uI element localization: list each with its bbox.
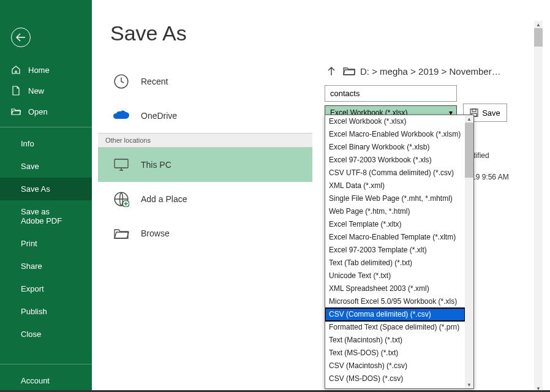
- location-label: Browse: [141, 228, 170, 238]
- file-type-option[interactable]: XML Data (*.xml): [325, 179, 465, 192]
- filename-input[interactable]: [325, 85, 457, 102]
- file-type-option[interactable]: Excel Binary Workbook (*.xlsb): [325, 141, 465, 154]
- file-type-option[interactable]: Formatted Text (Space delimited) (*.prn): [325, 321, 465, 334]
- folder-icon: [343, 66, 355, 76]
- dropdown-scrollbar[interactable]: ▲ ▼: [465, 115, 473, 388]
- svg-rect-11: [115, 159, 128, 168]
- location-recent[interactable]: Recent: [98, 64, 312, 99]
- sidebar-item-home[interactable]: Home: [0, 59, 92, 80]
- breadcrumb-row: D: > megha > 2019 > November…: [325, 64, 521, 78]
- sidebar-item-open[interactable]: Open: [0, 101, 92, 122]
- sidebar-item-save-as-pdf[interactable]: Save as Adobe PDF: [0, 200, 92, 232]
- location-add-place[interactable]: Add a Place: [98, 182, 312, 216]
- sidebar-item-export[interactable]: Export: [0, 277, 92, 300]
- sidebar-item-save[interactable]: Save: [0, 155, 92, 178]
- file-type-option[interactable]: Text (Tab delimited) (*.txt): [325, 257, 465, 270]
- location-label: Recent: [141, 77, 168, 86]
- sidebar-item-new[interactable]: New: [0, 80, 92, 101]
- sidebar-item-label: Open: [28, 107, 48, 116]
- sidebar-item-account[interactable]: Account: [0, 369, 92, 392]
- file-type-option[interactable]: Text (MS-DOS) (*.txt): [325, 347, 465, 360]
- sidebar-item-close[interactable]: Close: [0, 323, 92, 345]
- sidebar-item-label: Export: [21, 284, 44, 293]
- file-type-option[interactable]: Excel Template (*.xltx): [325, 218, 465, 231]
- file-type-option[interactable]: DIF (Data Interchange Format) (*.dif): [325, 385, 465, 388]
- file-type-option[interactable]: Excel Workbook (*.xlsx): [325, 115, 465, 128]
- open-folder-icon: [11, 107, 21, 116]
- locations-list: Recent OneDrive Other locations This PC …: [98, 64, 312, 251]
- file-type-option[interactable]: Text (Macintosh) (*.txt): [325, 334, 465, 347]
- sidebar-item-label: New: [28, 86, 44, 96]
- scroll-up-icon[interactable]: ▲: [534, 21, 543, 28]
- content-scrollbar[interactable]: ▲ ▼: [534, 21, 543, 392]
- location-browse[interactable]: Browse: [98, 216, 312, 251]
- browse-folder-icon: [113, 225, 130, 242]
- page-title: Save As: [110, 21, 543, 45]
- sidebar-separator: [0, 127, 92, 127]
- file-row-date-partial: 19 9:56 AM: [472, 173, 509, 181]
- breadcrumb-path[interactable]: D: > megha > 2019 > November…: [360, 66, 521, 77]
- file-type-option[interactable]: Excel Macro-Enabled Template (*.xltm): [325, 231, 465, 244]
- sidebar-item-share[interactable]: Share: [0, 255, 92, 277]
- new-file-icon: [11, 86, 21, 96]
- sidebar-item-label: Info: [21, 139, 34, 148]
- up-one-level-button[interactable]: [325, 64, 338, 78]
- sidebar-item-print[interactable]: Print: [0, 232, 92, 255]
- sidebar-item-label: Close: [21, 330, 41, 339]
- location-onedrive[interactable]: OneDrive: [98, 99, 312, 133]
- file-type-option[interactable]: CSV UTF-8 (Comma delimited) (*.csv): [325, 167, 465, 179]
- location-label: OneDrive: [141, 111, 177, 121]
- backstage-sidebar: Home New Open Info Save Save As Save as …: [0, 0, 92, 392]
- sidebar-item-label: Save: [21, 162, 39, 171]
- this-pc-icon: [113, 156, 130, 173]
- file-type-dropdown-list: Excel Workbook (*.xlsx)Excel Macro-Enabl…: [325, 115, 474, 389]
- file-type-option[interactable]: CSV (Macintosh) (*.csv): [325, 360, 465, 372]
- backstage-content: Save As Recent OneDrive Other locations …: [92, 0, 543, 392]
- svg-rect-15: [472, 109, 476, 111]
- sidebar-separator: [0, 364, 92, 364]
- file-type-option[interactable]: Microsoft Excel 5.0/95 Workbook (*.xls): [325, 295, 465, 308]
- file-type-option[interactable]: Web Page (*.htm, *.html): [325, 205, 465, 218]
- sidebar-item-publish[interactable]: Publish: [0, 300, 92, 323]
- sidebar-item-info[interactable]: Info: [0, 132, 92, 155]
- sidebar-item-label: Save as Adobe PDF: [21, 207, 71, 225]
- dropdown-scroll-thumb[interactable]: [465, 123, 473, 178]
- file-type-option[interactable]: Single File Web Page (*.mht, *.mhtml): [325, 192, 465, 205]
- file-type-option[interactable]: CSV (Comma delimited) (*.csv): [325, 308, 465, 321]
- sidebar-item-save-as[interactable]: Save As: [0, 178, 92, 200]
- file-type-option[interactable]: Unicode Text (*.txt): [325, 270, 465, 282]
- sidebar-item-label: Print: [21, 239, 37, 248]
- sidebar-item-label: Account: [21, 376, 50, 385]
- location-label: Add a Place: [141, 194, 187, 204]
- column-header-modified-partial: dified: [472, 151, 489, 160]
- home-icon: [11, 65, 21, 75]
- file-type-option[interactable]: XML Spreadsheet 2003 (*.xml): [325, 282, 465, 295]
- clock-icon: [113, 73, 130, 90]
- file-type-option[interactable]: Excel 97-2003 Template (*.xlt): [325, 244, 465, 257]
- sidebar-item-label: Home: [28, 66, 50, 75]
- sidebar-item-label: Share: [21, 262, 42, 271]
- save-button-label: Save: [482, 108, 500, 118]
- content-scroll-thumb[interactable]: [534, 28, 543, 47]
- location-this-pc[interactable]: This PC: [98, 148, 312, 182]
- scroll-up-icon[interactable]: ▲: [465, 115, 473, 123]
- back-button[interactable]: [11, 28, 31, 47]
- add-place-icon: [113, 190, 130, 208]
- locations-other-header: Other locations: [98, 133, 312, 148]
- onedrive-icon: [113, 107, 130, 124]
- file-type-option[interactable]: Excel Macro-Enabled Workbook (*.xlsm): [325, 128, 465, 141]
- location-label: This PC: [141, 160, 171, 170]
- scroll-down-icon[interactable]: ▼: [465, 381, 473, 388]
- sidebar-item-label: Save As: [21, 184, 50, 194]
- file-type-option[interactable]: Excel 97-2003 Workbook (*.xls): [325, 154, 465, 167]
- sidebar-item-label: Publish: [21, 307, 47, 316]
- save-target-panel: D: > megha > 2019 > November… Excel Work…: [325, 64, 521, 122]
- file-type-option[interactable]: CSV (MS-DOS) (*.csv): [325, 372, 465, 385]
